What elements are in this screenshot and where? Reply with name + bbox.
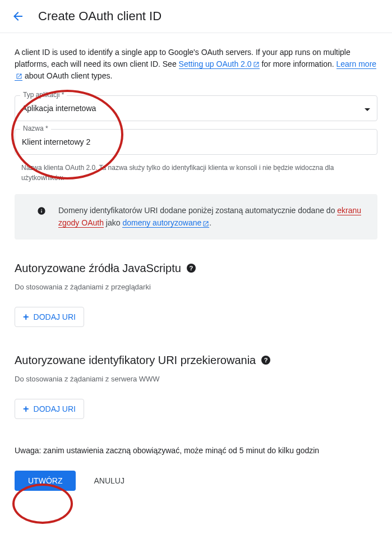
content: A client ID is used to identify a single… [0,33,392,504]
js-origins-subtitle: Do stosowania z żądaniami z przeglądarki [15,283,377,291]
name-label: Nazwa * [20,125,51,132]
settings-delay-note: Uwaga: zanim ustawienia zaczną obowiązyw… [15,446,377,455]
back-arrow-icon[interactable] [11,10,25,23]
name-input[interactable] [15,129,377,155]
intro-after: about OAuth client types. [25,71,112,80]
redirect-uris-title: Autoryzowane identyfikatory URI przekier… [15,354,377,367]
help-icon[interactable]: ? [261,356,270,365]
app-type-field: Typ aplikacji * Aplikacja internetowa [15,95,377,121]
help-icon[interactable]: ? [187,264,196,273]
app-type-label: Typ aplikacji * [20,91,67,99]
app-type-value: Aplikacja internetowa [22,104,96,113]
banner-text-after: . [209,218,211,227]
banner-text-mid: jako [106,218,123,227]
authorized-domains-link[interactable]: domeny autoryzowane [122,218,209,228]
page-header: Create OAuth client ID [0,0,392,33]
setup-oauth-link[interactable]: Setting up OAuth 2.0 [179,59,260,69]
redirect-uris-subtitle: Do stosowania z żądaniami z serwera WWW [15,375,377,383]
info-icon [37,206,46,215]
add-redirect-uri-button[interactable]: + DODAJ URI [15,399,84,419]
action-row: UTWÓRZ ANULUJ [15,471,377,491]
create-button[interactable]: UTWÓRZ [15,471,76,491]
intro-mid: for more information. [261,59,336,68]
intro-text: A client ID is used to identify a single… [15,47,377,82]
add-js-uri-button[interactable]: + DODAJ URI [15,307,84,327]
chevron-down-icon [365,104,370,113]
cancel-button[interactable]: ANULUJ [94,476,124,485]
banner-text-before: Domeny identyfikatorów URI dodane poniże… [58,206,337,215]
info-banner: Domeny identyfikatorów URI dodane poniże… [15,194,377,240]
plus-icon: + [23,312,29,322]
page-title: Create OAuth client ID [38,9,162,24]
name-field: Nazwa * [15,129,377,155]
js-origins-title: Autoryzowane źródła JavaScriptu ? [15,262,377,275]
plus-icon: + [23,404,29,414]
app-type-select[interactable]: Aplikacja internetowa [15,95,377,121]
name-helper-text: Nazwa klienta OAuth 2.0. Ta nazwa służy … [15,163,377,183]
